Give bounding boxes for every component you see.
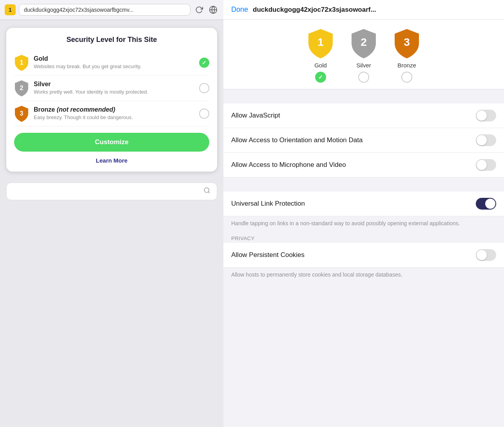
- right-silver-shield: 2: [350, 27, 377, 59]
- right-header-url: duckduckgogg42xjoc72x3sjasowoarf...: [253, 6, 496, 14]
- bronze-text: Bronze (not recommended) Easy breezy. Th…: [34, 106, 194, 121]
- settings-group-privacy: PRIVACY Allow Persistent Cookies Allow h…: [223, 232, 504, 284]
- search-placeholder: [13, 188, 15, 195]
- gold-shield: 1: [14, 54, 29, 71]
- allow-microphone-label: Allow Access to Microphone and Video: [231, 160, 476, 170]
- allow-orientation-row: Allow Access to Orientation and Motion D…: [223, 128, 504, 153]
- done-button[interactable]: Done: [231, 5, 248, 14]
- allow-microphone-row: Allow Access to Microphone and Video: [223, 153, 504, 177]
- shield-selector: 1 Gold ✓ 2 Silver 3: [223, 20, 504, 89]
- search-bar[interactable]: [6, 183, 217, 200]
- privacy-icon[interactable]: [208, 4, 219, 15]
- allow-javascript-label: Allow JavaScript: [231, 111, 476, 120]
- svg-point-2: [204, 188, 209, 192]
- shield-col-gold: 1 Gold ✓: [307, 27, 334, 83]
- section-divider-1: [223, 89, 504, 103]
- right-bronze-radio[interactable]: [401, 72, 412, 83]
- right-gold-label: Gold: [314, 62, 327, 69]
- silver-text: Silver Works pretty well. Your identity …: [34, 81, 194, 96]
- shield-col-silver: 2 Silver: [350, 27, 377, 83]
- silver-radio[interactable]: [199, 83, 209, 93]
- allow-cookies-row: Allow Persistent Cookies: [223, 243, 504, 268]
- allow-orientation-toggle[interactable]: [476, 134, 496, 146]
- silver-option[interactable]: 2 Silver Works pretty well. Your identit…: [14, 76, 209, 101]
- cookies-description: Allow hosts to permanently store cookies…: [223, 268, 504, 284]
- right-gold-radio[interactable]: ✓: [315, 72, 326, 83]
- search-icon: [203, 187, 210, 196]
- popup-title: Security Level for This Site: [14, 36, 209, 44]
- shield-col-bronze: 3 Bronze: [393, 27, 421, 83]
- gold-desc: Websites may break. But you get great se…: [34, 63, 194, 70]
- right-header: Done duckduckgogg42xjoc72x3sjasowoarf...: [223, 0, 504, 20]
- bronze-shield: 3: [14, 105, 29, 122]
- universal-link-toggle[interactable]: [476, 198, 496, 210]
- allow-microphone-toggle[interactable]: [476, 159, 496, 171]
- address-bar-row: 1 duckduckgogg42xjoc72x3sjasowoarfbgcmv.…: [0, 0, 223, 20]
- silver-desc: Works pretty well. Your identity is most…: [34, 89, 194, 96]
- bronze-radio[interactable]: [199, 109, 209, 119]
- silver-shield: 2: [14, 80, 29, 97]
- section-divider-2: [223, 177, 504, 192]
- customize-button[interactable]: Customize: [14, 133, 209, 152]
- right-gold-shield: 1: [307, 27, 334, 59]
- silver-title: Silver: [34, 81, 194, 88]
- right-silver-label: Silver: [356, 62, 371, 69]
- right-bronze-label: Bronze: [397, 62, 416, 69]
- universal-link-description: Handle tapping on links in a non-standar…: [223, 216, 504, 232]
- universal-link-row: Universal Link Protection: [223, 192, 504, 216]
- learn-more-button[interactable]: Learn More: [14, 157, 209, 164]
- bronze-option[interactable]: 3 Bronze (not recommended) Easy breezy. …: [14, 101, 209, 127]
- universal-link-label: Universal Link Protection: [231, 199, 476, 208]
- settings-group-1: Allow JavaScript Allow Access to Orienta…: [223, 103, 504, 177]
- allow-javascript-toggle[interactable]: [476, 110, 496, 121]
- right-silver-radio[interactable]: [358, 72, 369, 83]
- address-bar[interactable]: duckduckgogg42xjoc72x3sjasowoarfbgcmv...: [19, 4, 190, 16]
- right-panel: Done duckduckgogg42xjoc72x3sjasowoarf...…: [223, 0, 504, 427]
- gold-text: Gold Websites may break. But you get gre…: [34, 55, 194, 70]
- gold-option[interactable]: 1 Gold Websites may break. But you get g…: [14, 50, 209, 76]
- reload-icon[interactable]: [194, 4, 205, 15]
- allow-cookies-label: Allow Persistent Cookies: [231, 250, 476, 260]
- svg-line-3: [208, 192, 209, 193]
- gold-radio[interactable]: ✓: [199, 58, 209, 68]
- privacy-section-label: PRIVACY: [223, 232, 504, 243]
- allow-javascript-row: Allow JavaScript: [223, 103, 504, 128]
- allow-cookies-toggle[interactable]: [476, 249, 496, 261]
- allow-orientation-label: Allow Access to Orientation and Motion D…: [231, 136, 476, 145]
- gold-title: Gold: [34, 55, 194, 62]
- left-panel: 1 duckduckgogg42xjoc72x3sjasowoarfbgcmv.…: [0, 0, 223, 427]
- right-bronze-shield: 3: [393, 27, 421, 59]
- tab-badge: 1: [5, 4, 16, 15]
- bronze-desc: Easy breezy. Though it could be dangerou…: [34, 114, 194, 121]
- bronze-title: Bronze (not recommended): [34, 106, 194, 113]
- settings-group-2: Universal Link Protection Handle tapping…: [223, 192, 504, 232]
- security-popup: Security Level for This Site 1 Gold Webs…: [6, 28, 217, 172]
